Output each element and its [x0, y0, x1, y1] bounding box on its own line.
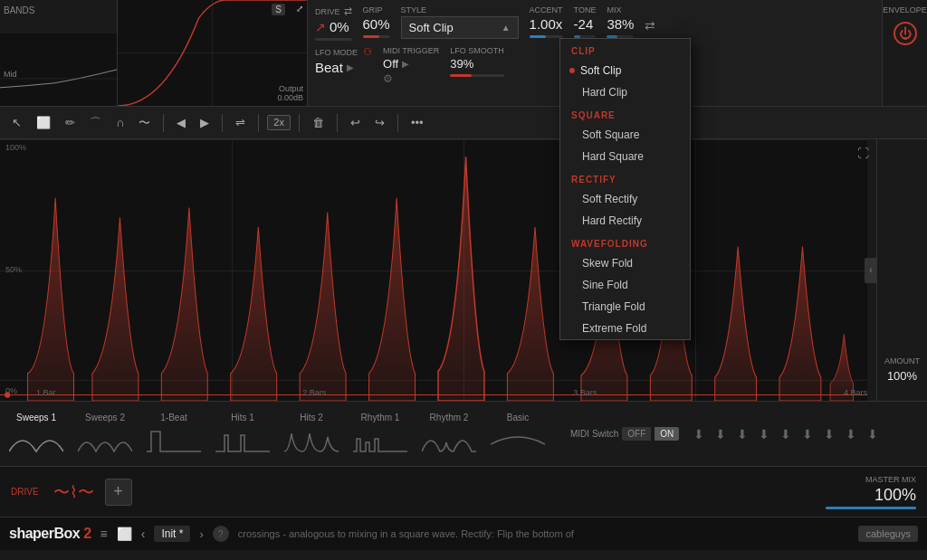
download-icon-5[interactable]: ⬇ — [780, 427, 791, 441]
envelope-power-button[interactable]: ⏻ — [894, 22, 917, 45]
master-mix-bar[interactable] — [826, 507, 916, 509]
expand-main-icon[interactable]: ⛶ — [857, 147, 869, 160]
download-icon-6[interactable]: ⬇ — [802, 427, 813, 441]
drive-link-icon[interactable]: ⇄ — [344, 5, 352, 17]
wave-tool-button[interactable]: 〜 — [134, 114, 155, 131]
region-tool-button[interactable]: ⬜ — [32, 114, 55, 131]
tone-label: Tone — [574, 5, 597, 14]
menu-icon[interactable]: ≡ — [100, 527, 108, 541]
lfo-smooth-value[interactable]: 39% — [450, 57, 504, 71]
presets-bar: Sweeps 1 Sweeps 2 1-Beat Hits 1 Hits 2 R… — [0, 402, 927, 467]
midi-trigger-label: MIDI Trigger — [383, 46, 439, 55]
grip-bar[interactable] — [363, 35, 390, 38]
toolbar-divider-6 — [397, 114, 398, 132]
download-icon-2[interactable]: ⬇ — [715, 427, 726, 441]
midi-off-button[interactable]: OFF — [622, 427, 651, 441]
trash-button[interactable]: 🗑 — [308, 114, 329, 131]
x-label-2bars: 2 Bars — [302, 388, 326, 397]
toolbar-divider-3 — [258, 114, 259, 132]
style-select[interactable]: Soft Clip ▲ — [401, 16, 519, 39]
prev-button[interactable]: ◀ — [172, 114, 190, 131]
download-icon-3[interactable]: ⬇ — [737, 427, 748, 441]
preset-rhythm2[interactable]: Rhythm 2 — [418, 411, 480, 457]
dropdown-item-hard-square[interactable]: Hard Square — [560, 146, 690, 167]
preset-sweeps1[interactable]: Sweeps 1 — [5, 411, 67, 457]
next-button[interactable]: ▶ — [196, 114, 214, 131]
preset-1beat[interactable]: 1-Beat — [143, 411, 205, 457]
accent-bar[interactable] — [530, 35, 563, 38]
help-icon[interactable]: ? — [213, 526, 229, 542]
midi-on-button[interactable]: ON — [655, 427, 679, 441]
s-button[interactable]: S — [272, 4, 285, 15]
top-right-link[interactable]: ⇄ — [645, 5, 655, 33]
preset-hits1[interactable]: Hits 1 — [212, 411, 273, 457]
shuffle-button[interactable]: ⇌ — [231, 114, 250, 131]
midi-trigger-value[interactable]: Off — [383, 57, 398, 71]
pencil-tool-button[interactable]: ✏ — [61, 114, 80, 131]
style-arrow-icon: ▲ — [502, 23, 511, 33]
download-icon-1[interactable]: ⬇ — [693, 427, 704, 441]
select-tool-button[interactable]: ↖ — [7, 114, 26, 131]
svg-point-4 — [5, 392, 10, 397]
midi-trigger-arrow[interactable]: ▶ — [402, 59, 409, 69]
controls-row1: Drive ⇄ ↗ 0% Grip 60% Style Soft Clip — [315, 5, 874, 41]
lfo-mode-label: LFO Mode — [315, 48, 358, 57]
preset-name[interactable]: Init * — [154, 526, 190, 542]
dropdown-item-hard-clip[interactable]: Hard Clip — [560, 81, 690, 103]
amount-value[interactable]: 100% — [887, 369, 917, 383]
lfo-link-icon[interactable]: ⚇ — [363, 46, 372, 58]
dropdown-item-skew-fold[interactable]: Skew Fold — [560, 252, 690, 274]
accent-value[interactable]: 1.00x — [530, 16, 563, 32]
preset-wave-basic — [491, 426, 545, 455]
dropdown-item-extreme-fold[interactable]: Extreme Fold — [560, 318, 690, 339]
dropdown-item-triangle-fold[interactable]: Triangle Fold — [560, 296, 690, 318]
mix-group: Mix 38% — [607, 5, 634, 38]
dropdown-item-soft-square[interactable]: Soft Square — [560, 124, 690, 146]
preset-hits2[interactable]: Hits 2 — [281, 411, 342, 457]
dropdown-item-soft-rectify[interactable]: Soft Rectify — [560, 188, 690, 210]
prev-preset-icon[interactable]: ‹ — [141, 527, 146, 541]
preset-sweeps2[interactable]: Sweeps 2 — [74, 411, 136, 457]
mid-label: Mid — [4, 70, 17, 79]
preset-rhythm1[interactable]: Rhythm 1 — [349, 411, 411, 457]
dropdown-item-soft-clip[interactable]: Soft Clip — [560, 60, 690, 81]
mix-value[interactable]: 38% — [607, 16, 634, 32]
next-preset-icon[interactable]: › — [199, 527, 203, 541]
preset-label-sweeps1: Sweeps 1 — [16, 413, 56, 422]
zoom-button[interactable]: 2x — [267, 115, 291, 130]
tone-value[interactable]: -24 — [574, 16, 597, 32]
lfo-mode-value[interactable]: Beat — [315, 60, 343, 75]
redo-button[interactable]: ↪ — [370, 114, 389, 131]
more-button[interactable]: ••• — [406, 114, 428, 131]
lfo-mode-arrow[interactable]: ▶ — [347, 62, 354, 72]
add-drive-button[interactable]: + — [105, 479, 132, 506]
undo-button[interactable]: ↩ — [346, 114, 365, 131]
arch-tool-button[interactable]: ∩ — [111, 114, 129, 131]
lfo-smooth-bar[interactable] — [450, 74, 504, 77]
bottom-bar: shaperBox 2 ≡ ⬜ ‹ Init * › ? crossings -… — [0, 517, 927, 550]
grip-value[interactable]: 60% — [363, 16, 390, 32]
drive-bar[interactable] — [315, 38, 352, 41]
toolbar-divider-1 — [163, 114, 164, 132]
toolbar: ↖ ⬜ ✏ ⌒ ∩ 〜 ◀ ▶ ⇌ 2x 🗑 ↩ ↪ ••• — [0, 107, 927, 139]
download-icon-4[interactable]: ⬇ — [759, 427, 769, 441]
dropdown-item-hard-rectify[interactable]: Hard Rectify — [560, 210, 690, 232]
smooth-tool-button[interactable]: ⌒ — [85, 114, 106, 131]
expand-transfer-icon[interactable]: ⤢ — [296, 4, 303, 14]
drive-label: Drive — [315, 7, 340, 16]
download-icon-9[interactable]: ⬇ — [867, 427, 878, 441]
collapse-button[interactable]: ‹ — [865, 258, 877, 283]
master-mix-value[interactable]: 100% — [874, 486, 916, 505]
preset-label-rhythm1: Rhythm 1 — [361, 413, 400, 422]
preset-basic[interactable]: Basic — [487, 411, 549, 457]
bands-panel: Bands Mid — [0, 0, 118, 106]
gear-icon[interactable]: ⚙ — [383, 72, 439, 85]
waveform-display[interactable] — [0, 139, 876, 401]
output-label: Output 0.00dB — [277, 84, 303, 102]
dropdown-section-clip: CLIP — [560, 39, 690, 60]
drive-value[interactable]: 0% — [330, 19, 349, 34]
download-icon-8[interactable]: ⬇ — [846, 427, 856, 441]
folder-icon[interactable]: ⬜ — [117, 527, 132, 541]
download-icon-7[interactable]: ⬇ — [824, 427, 835, 441]
dropdown-item-sine-fold[interactable]: Sine Fold — [560, 274, 690, 296]
